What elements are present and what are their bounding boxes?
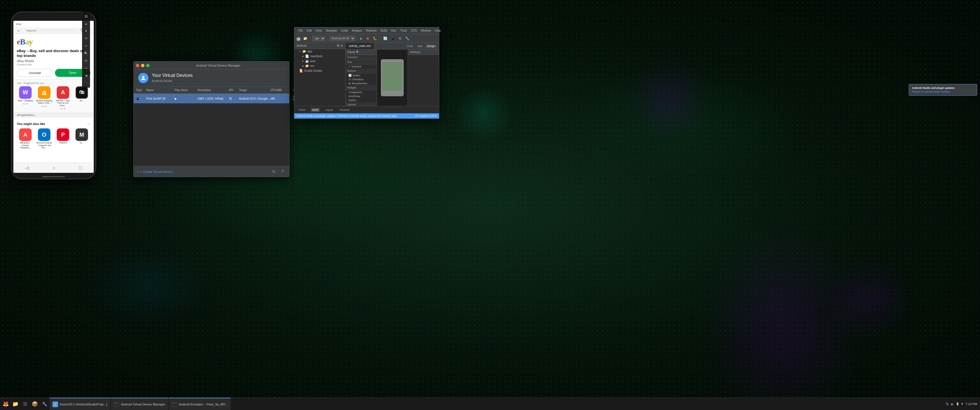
- design-layout: Palette 🔍 Common Text T TextView Buttons…: [345, 49, 439, 106]
- palette-item-switch[interactable]: Switch: [345, 98, 377, 102]
- ad-rating-wish: 3.4 ★: [23, 103, 28, 105]
- volume-up-button[interactable]: ▲: [83, 21, 89, 27]
- list-item[interactable]: O Microsoft Outlook – Organize Your Em..…: [36, 129, 53, 149]
- avd-device-row[interactable]: 📱 Pixel 3a API 30 ▶ 1080 × 2220: 440dpi …: [134, 94, 289, 103]
- as-menu-vcs[interactable]: VCS: [409, 29, 419, 33]
- as-debug-button[interactable]: 🐛: [372, 36, 378, 41]
- list-item[interactable]: M M...: [73, 129, 90, 149]
- list-item[interactable]: W Wish – Shopping 3.4 ★: [17, 86, 34, 110]
- list-item[interactable]: P Pinterest: [54, 129, 72, 149]
- avd-refresh-button[interactable]: ↻: [271, 168, 277, 175]
- as-menu-file[interactable]: File: [297, 29, 305, 33]
- window-close-button[interactable]: [136, 64, 139, 67]
- as-tree-item-java[interactable]: ▶ ☕ java: [294, 59, 345, 64]
- palette-item-recyclerview[interactable]: ⊞ RecyclerView: [345, 81, 377, 86]
- power-button[interactable]: ⏻: [83, 13, 89, 19]
- list-item[interactable]: A AliTOOL – Auto Parts at Low Price... 4…: [54, 86, 72, 110]
- taskbar-app-android-studio[interactable]: 🤖 ExtonOS [~/AndroidStudioProje...]: [49, 398, 110, 410]
- as-avd-button[interactable]: 📱: [390, 36, 396, 41]
- zoom-in-button[interactable]: 🔍: [83, 50, 89, 56]
- section-arrow-icon[interactable]: →: [86, 122, 90, 126]
- as-settings-button[interactable]: 🔧: [404, 36, 410, 41]
- all-apps-bar[interactable]: All Applications...: [13, 113, 94, 118]
- as-menu-window[interactable]: Window: [419, 29, 433, 33]
- as-editor-tab-main[interactable]: activity_main.xml: [345, 43, 374, 49]
- as-menu-view[interactable]: View: [314, 29, 324, 33]
- as-menu-build[interactable]: Build: [379, 29, 389, 33]
- as-sync-button[interactable]: 🔄: [382, 36, 388, 41]
- avd-help-button[interactable]: ?: [280, 168, 286, 175]
- as-menu-run[interactable]: Run: [390, 29, 398, 33]
- app-label-outlook: Microsoft Outlook – Organize Your Em...: [36, 142, 53, 149]
- taskbar-package-icon[interactable]: 📦: [30, 399, 39, 408]
- uninstall-button[interactable]: Uninstall: [17, 69, 53, 77]
- taskbar-terminal-icon[interactable]: ⬛: [21, 399, 30, 408]
- zoom-out-button[interactable]: ➖: [83, 65, 89, 71]
- prev-button[interactable]: ◀: [83, 72, 89, 79]
- palette-item-fragment[interactable]: <Fragment>: [345, 90, 377, 94]
- suggested-apps-grid: A AliExpress – Smarter Shopping... O Mic…: [17, 129, 90, 149]
- rotate-button[interactable]: ⟳: [83, 35, 89, 41]
- as-menu-tools[interactable]: Tools: [399, 29, 409, 33]
- as-device-select[interactable]: Pixel 3a API 30: [329, 36, 355, 41]
- as-tab-todo[interactable]: TODO: [297, 108, 307, 112]
- phone-back-button[interactable]: ←: [17, 28, 21, 33]
- tray-volume-icon[interactable]: 🔈: [951, 402, 954, 405]
- phone-nav-recents-btn[interactable]: □: [79, 165, 82, 170]
- as-run-config-select[interactable]: app: [312, 36, 325, 41]
- volume-down-button[interactable]: ▼: [83, 28, 89, 34]
- as-tree-item-gradle[interactable]: 📜 Gradle Scripts: [294, 68, 345, 73]
- window-minimize-button[interactable]: [141, 64, 145, 67]
- phone-nav-home-btn[interactable]: ○: [52, 165, 55, 170]
- palette-cat-common[interactable]: Common: [345, 55, 377, 60]
- palette-cat-text[interactable]: Text: [345, 60, 377, 65]
- as-tree-item-app[interactable]: ▼ 📁 app: [294, 49, 345, 54]
- back-button[interactable]: ↩: [83, 43, 89, 49]
- list-item[interactable]: a Amazon Shopping Search, Find... 4.3 ★: [36, 86, 53, 110]
- as-menu-refactor[interactable]: Refactor: [364, 29, 379, 33]
- window-maximize-button[interactable]: [146, 64, 150, 67]
- as-tree-item-manifests[interactable]: ▶ 📄 manifests: [294, 54, 345, 59]
- as-menu-navigate[interactable]: Navigate: [324, 29, 339, 33]
- as-open-project[interactable]: 📁: [302, 36, 309, 41]
- code-view-button[interactable]: Code: [405, 44, 415, 48]
- list-item[interactable]: 🛍 Au...: [73, 86, 90, 110]
- palette-cat-buttons[interactable]: Buttons: [345, 68, 377, 73]
- as-tree-item-res[interactable]: ▶ 📁 res: [294, 64, 345, 68]
- palette-search-icon[interactable]: 🔍: [356, 51, 359, 54]
- taskbar-files-icon[interactable]: 📁: [11, 399, 20, 408]
- more-options-button[interactable]: ⋯: [83, 80, 89, 86]
- taskbar-app-emulator[interactable]: 📱 Android Emulator – Pixel_3a_API...: [169, 398, 231, 410]
- as-tab-terminal[interactable]: Terminal: [338, 108, 351, 112]
- attributes-panel: Attributes: [408, 49, 439, 106]
- plugin-notif-link[interactable]: Restart to activate plugin updates: [912, 90, 974, 93]
- palette-item-scrollview[interactable]: ScrollView: [345, 94, 377, 98]
- as-menu-code[interactable]: Code: [339, 29, 350, 33]
- toolbar-separator-4: [380, 36, 380, 41]
- taskbar-app-avd-manager[interactable]: 📱 Android Virtual Device Manager: [111, 398, 168, 410]
- split-view-button[interactable]: Split: [416, 44, 424, 48]
- as-stop-button[interactable]: ⏹: [365, 36, 371, 41]
- taskbar-tools-icon[interactable]: 🔧: [40, 399, 49, 408]
- taskbar-firefox-icon[interactable]: 🦊: [1, 399, 10, 408]
- palette-cat-widgets[interactable]: Widgets: [345, 86, 377, 90]
- as-menu-help[interactable]: Help: [433, 29, 443, 33]
- palette-item-checkbox[interactable]: ☑ CheckBox: [345, 78, 377, 81]
- design-view-button[interactable]: Design: [425, 44, 437, 48]
- palette-item-textview[interactable]: T TextView: [345, 65, 377, 68]
- list-item[interactable]: A AliExpress – Smarter Shopping...: [17, 129, 34, 149]
- as-sdk-button[interactable]: ⚙: [398, 36, 403, 41]
- as-menu-edit[interactable]: Edit: [305, 29, 313, 33]
- palette-item-button[interactable]: ⬜ Button: [345, 73, 377, 78]
- palette-cat-layouts[interactable]: Layouts: [345, 102, 377, 106]
- create-virtual-device-button[interactable]: + + Create Virtual Device...: [137, 170, 175, 173]
- as-tab-logcat[interactable]: Logcat: [323, 108, 334, 112]
- palette-title: Palette: [347, 51, 355, 54]
- col-name: Name: [146, 89, 175, 92]
- as-run-button[interactable]: ▶: [359, 36, 364, 41]
- as-tab-build[interactable]: Build: [311, 108, 320, 112]
- phone-nav-back-btn[interactable]: ◁: [25, 165, 29, 170]
- zoom-out-icon[interactable]: ➕: [83, 57, 89, 64]
- res-folder-icon: 📁: [305, 64, 309, 68]
- as-menu-analyze[interactable]: Analyze: [350, 29, 364, 33]
